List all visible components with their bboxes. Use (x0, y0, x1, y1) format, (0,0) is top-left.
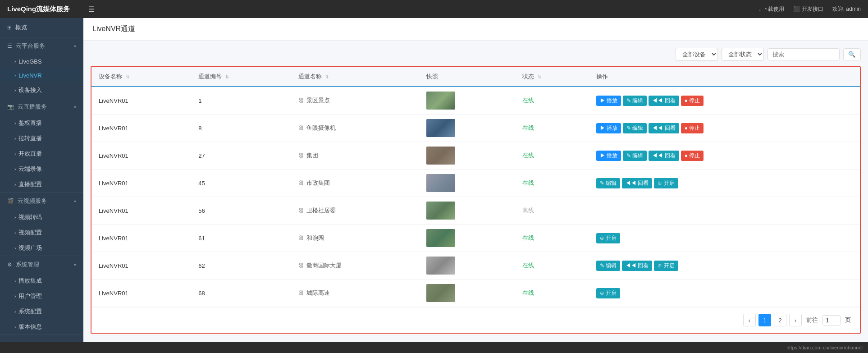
bottom-url: https://dian.com.cn/livenvr/channel (786, 345, 863, 350)
sidebar-item-auth-live[interactable]: › 鉴权直播 (0, 115, 83, 131)
livenvr-arrow: › (14, 73, 16, 78)
search-input[interactable] (767, 48, 840, 60)
open-button[interactable]: ⊙ 开启 (654, 261, 678, 271)
welcome-text: 欢迎, admin (832, 5, 861, 13)
play-button[interactable]: ▶ 播放 (596, 96, 621, 106)
page-1-button[interactable]: 1 (758, 314, 771, 326)
actions-cell: ✎ 编辑◀◀ 回看⊙ 开启 (589, 170, 860, 197)
top-header: LiveQing流媒体服务 ☰ ↓ 下载使用 ⬛ 开发接口 欢迎, admin (0, 0, 868, 18)
stop-button[interactable]: ● 停止 (681, 96, 704, 106)
menu-icon[interactable]: ☰ (88, 5, 95, 14)
play-button[interactable]: ▶ 播放 (596, 151, 621, 161)
col-channel-name: 通道名称 ⇅ (291, 67, 419, 87)
edit-button[interactable]: ✎ 编辑 (623, 96, 647, 106)
status-cell: 在线 (515, 87, 589, 115)
status-badge: 离线 (522, 207, 534, 214)
open-button[interactable]: ⊙ 开启 (596, 233, 620, 243)
sidebar-item-device-access[interactable]: › 设备接入 (0, 83, 83, 98)
back-button[interactable]: ◀◀ 回看 (649, 151, 679, 161)
page-2-button[interactable]: 2 (774, 314, 786, 326)
sidebar-item-livenvr[interactable]: › LiveNVR (0, 69, 83, 83)
channel-name-cell: ⛓景区景点 (291, 87, 419, 115)
open-button[interactable]: ⊙ 开启 (596, 288, 620, 298)
sidebar-item-open-live[interactable]: › 开放直播 (0, 146, 83, 161)
sidebar-item-playback[interactable]: › 播放集成 (0, 273, 83, 289)
sidebar-section-header-cloud-video[interactable]: 🎬 云视频服务 ▾ (0, 193, 83, 210)
back-button[interactable]: ◀◀ 回看 (649, 96, 679, 106)
thumbnail-cell (419, 252, 515, 280)
actions-cell (589, 197, 860, 225)
sys-config-arrow: › (14, 309, 16, 314)
channel-name-text: 集团 (306, 151, 318, 160)
back-button[interactable]: ◀◀ 回看 (622, 261, 652, 271)
play-button[interactable]: ▶ 播放 (596, 123, 621, 133)
sidebar-item-video-plaza[interactable]: › 视频广场 (0, 240, 83, 256)
search-button[interactable]: 🔍 (843, 48, 861, 60)
playback-arrow: › (14, 279, 16, 284)
sidebar-item-video-transcode[interactable]: › 视频转码 (0, 210, 83, 225)
status-filter[interactable]: 全部状态 在线 离线 (722, 48, 764, 61)
table-row: LiveNVR011⛓景区景点在线▶ 播放✎ 编辑◀◀ 回看● 停止 (91, 87, 860, 115)
download-link[interactable]: ↓ 下载使用 (758, 5, 784, 13)
goto-input[interactable] (822, 315, 841, 325)
sidebar-section-header-system[interactable]: ⚙ 系统管理 ▾ (0, 256, 83, 273)
sidebar-section-header-cloud-live[interactable]: 📷 云直播服务 ▾ (0, 98, 83, 115)
back-button[interactable]: ◀◀ 回看 (622, 178, 652, 188)
link-icon: ⛓ (298, 97, 304, 104)
sidebar-item-cloud-record[interactable]: › 云端录像 (0, 161, 83, 177)
status-badge: 在线 (522, 289, 534, 296)
col-action: 操作 (589, 67, 860, 87)
status-cell: 离线 (515, 197, 589, 225)
sidebar-item-livegbs[interactable]: › LiveGBS (0, 55, 83, 69)
sidebar-overview[interactable]: ⊞ 概览 (0, 18, 83, 37)
sidebar-item-version[interactable]: › 版本信息 (0, 319, 83, 335)
link-icon: ⛓ (298, 125, 304, 131)
stop-button[interactable]: ● 停止 (681, 151, 704, 161)
prev-page-button[interactable]: ‹ (743, 314, 756, 326)
open-button[interactable]: ⊙ 开启 (654, 178, 678, 188)
video-plaza-arrow: › (14, 246, 16, 251)
channel-name-text: 景区景点 (306, 96, 330, 105)
version-label: 版本信息 (18, 323, 42, 331)
device-label: 设备接入 (18, 86, 42, 94)
sidebar-item-video-config[interactable]: › 视频配置 (0, 225, 83, 240)
channel-no-cell: 8 (191, 115, 291, 142)
status-badge: 在线 (522, 124, 534, 131)
app-logo: LiveQing流媒体服务 (7, 5, 88, 14)
edit-button[interactable]: ✎ 编辑 (623, 151, 647, 161)
cloud-platform-chevron: ▾ (74, 44, 76, 49)
channel-name-text: 市政集团 (306, 179, 330, 187)
channel-no-cell: 27 (191, 142, 291, 170)
sidebar-section-header-cloud-platform[interactable]: ☰ 云平台服务 ▾ (0, 37, 83, 55)
edit-button[interactable]: ✎ 编辑 (596, 178, 620, 188)
main-layout: ⊞ 概览 ☰ 云平台服务 ▾ › LiveGBS › LiveNVR › 设备接… (0, 18, 868, 342)
channel-name-text: 城际高速 (306, 289, 330, 297)
pagination: ‹ 1 2 › 前往 页 (91, 307, 860, 333)
sidebar-section-cloud-video: 🎬 云视频服务 ▾ › 视频转码 › 视频配置 › 视频广场 (0, 193, 83, 256)
edit-button[interactable]: ✎ 编辑 (623, 123, 647, 133)
next-page-button[interactable]: › (789, 314, 802, 326)
cloud-video-label: 云视频服务 (18, 197, 74, 205)
transcode-label: 视频转码 (18, 213, 42, 221)
relay-arrow: › (14, 136, 16, 141)
channel-no-cell: 62 (191, 252, 291, 280)
sidebar-section-cloud-live: 📷 云直播服务 ▾ › 鉴权直播 › 拉转直播 › 开放直播 › 云端录像 › (0, 98, 83, 193)
device-filter[interactable]: 全部设备 (676, 48, 718, 61)
sidebar-item-live-config[interactable]: › 直播配置 (0, 177, 83, 192)
thumbnail-image (426, 174, 455, 192)
edit-button[interactable]: ✎ 编辑 (596, 261, 620, 271)
channel-name-text: 和煦园 (306, 234, 324, 242)
api-link[interactable]: ⬛ 开发接口 (793, 5, 823, 13)
back-button[interactable]: ◀◀ 回看 (649, 123, 679, 133)
status-cell: 在线 (515, 170, 589, 197)
sidebar-item-user-manage[interactable]: › 用户管理 (0, 289, 83, 304)
content-area: LiveNVR通道 全部设备 全部状态 在线 离线 🔍 (83, 18, 868, 342)
table-row: LiveNVR0161⛓和煦园在线⊙ 开启 (91, 225, 860, 252)
channel-name-cell: ⛓和煦园 (291, 225, 419, 252)
sidebar-item-sys-config[interactable]: › 系统配置 (0, 304, 83, 319)
stop-button[interactable]: ● 停止 (681, 123, 704, 133)
sidebar-item-relay-live[interactable]: › 拉转直播 (0, 131, 83, 146)
thumbnail-image (426, 147, 455, 165)
cloud-record-arrow: › (14, 167, 16, 172)
channel-name-cell: ⛓市政集团 (291, 170, 419, 197)
